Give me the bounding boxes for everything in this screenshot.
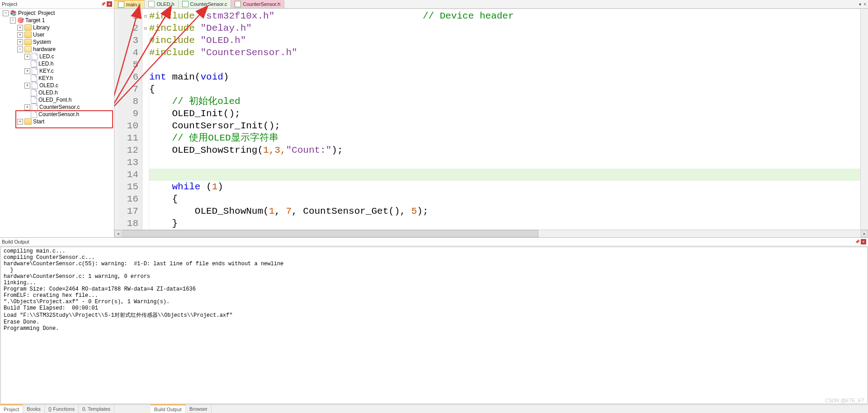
tree-file[interactable]: CounterSensor.h xyxy=(24,111,114,118)
tree-folder-system[interactable]: +System xyxy=(16,38,114,46)
tree-file[interactable]: +KEY.c xyxy=(24,67,114,75)
close-icon[interactable]: × xyxy=(107,1,112,7)
project-panel-header: Project 📌 × xyxy=(0,0,114,9)
build-output-panel: Build Output 📌 × compiling main.c... com… xyxy=(0,237,868,404)
bottom-tab[interactable]: 0. Templates xyxy=(79,405,114,413)
build-output-title: Build Output xyxy=(2,239,854,244)
scroll-thumb[interactable] xyxy=(123,230,538,237)
file-icon xyxy=(148,1,155,7)
editor-gutter: 123456789101112131415161718 xyxy=(118,9,142,230)
bottom-tab[interactable]: Build Output xyxy=(151,404,186,413)
file-icon xyxy=(235,1,241,7)
editor-body: 123456789101112131415161718 ⊟⊟ #include … xyxy=(114,9,868,230)
file-icon xyxy=(182,1,189,7)
project-tree[interactable]: −📚Project: Project −🎯Target 1 +Library +… xyxy=(0,9,114,237)
tree-file[interactable]: OLED.h xyxy=(24,89,114,96)
tree-folder-hardware[interactable]: −hardware xyxy=(16,46,114,53)
editor-tab[interactable]: OLED.h xyxy=(145,0,178,8)
editor-window-controls[interactable]: ▾ × xyxy=(857,0,868,8)
pin-icon[interactable]: 📌 xyxy=(854,239,860,244)
editor-tab[interactable]: CounterSensor.c xyxy=(179,0,231,8)
code-editor[interactable]: #include "stm32f10x.h" // Device header#… xyxy=(149,9,860,230)
bottom-tab[interactable]: Books xyxy=(23,405,45,413)
bottom-tab[interactable]: {} Functions xyxy=(45,405,79,413)
vertical-scrollbar[interactable] xyxy=(860,9,868,230)
tree-file[interactable]: OLED_Font.h xyxy=(24,96,114,103)
project-panel-title: Project xyxy=(2,1,99,7)
project-panel: Project 📌 × −📚Project: Project −🎯Target … xyxy=(0,0,114,237)
build-output-text[interactable]: compiling main.c... compiling CounterSen… xyxy=(0,247,868,404)
tree-target[interactable]: −🎯Target 1 xyxy=(9,17,114,24)
build-output-header: Build Output 📌 × xyxy=(0,238,868,246)
close-icon[interactable]: × xyxy=(861,239,866,244)
bottom-tab[interactable]: Project xyxy=(0,404,23,413)
editor-area: main.cOLED.hCounterSensor.cCounterSensor… xyxy=(114,0,868,237)
pin-icon[interactable]: 📌 xyxy=(100,1,106,7)
bottom-tab[interactable]: Browser xyxy=(186,405,212,413)
tree-folder-start[interactable]: +Start xyxy=(16,118,114,125)
tree-file[interactable]: LED.h xyxy=(24,60,114,67)
horizontal-scrollbar[interactable]: ◂ ▸ xyxy=(114,230,868,237)
editor-tab[interactable]: main.c xyxy=(114,0,145,8)
tree-file[interactable]: +OLED.c xyxy=(24,82,114,89)
bottom-tab-bar: ProjectBooks{} Functions0. TemplatesBuil… xyxy=(0,404,868,413)
scroll-left-icon[interactable]: ◂ xyxy=(114,230,122,237)
tree-root[interactable]: −📚Project: Project xyxy=(2,9,114,17)
scroll-right-icon[interactable]: ▸ xyxy=(861,230,868,237)
tree-file[interactable]: KEY.h xyxy=(24,75,114,82)
editor-margin xyxy=(114,9,118,230)
editor-tabs: main.cOLED.hCounterSensor.cCounterSensor… xyxy=(114,0,868,9)
tree-folder-library[interactable]: +Library xyxy=(16,24,114,31)
editor-tab[interactable]: CounterSensor.h xyxy=(231,0,284,8)
tree-file[interactable]: +LED.c xyxy=(24,53,114,60)
tree-file[interactable]: +CounterSensor.c xyxy=(24,103,114,111)
tree-folder-user[interactable]: +User xyxy=(16,31,114,38)
fold-column[interactable]: ⊟⊟ xyxy=(142,9,149,230)
file-icon xyxy=(118,1,124,8)
